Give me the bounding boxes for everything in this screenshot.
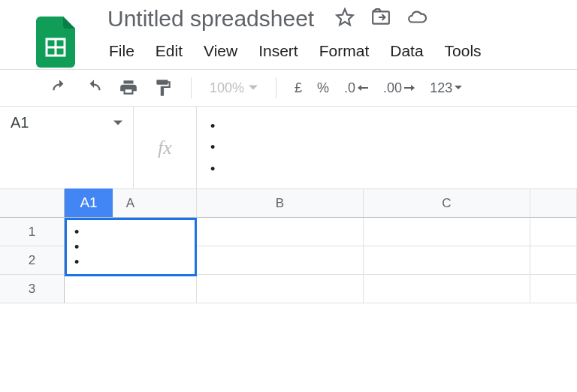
menu-format[interactable]: Format [319, 42, 370, 60]
select-all-corner[interactable]: A1 [0, 189, 65, 218]
column-header-b[interactable]: B [197, 189, 364, 218]
row-header-1[interactable]: 1 [0, 218, 65, 246]
redo-icon[interactable] [84, 78, 104, 98]
cell-d1[interactable] [530, 218, 577, 246]
column-header-d[interactable] [530, 189, 577, 218]
menu-insert[interactable]: Insert [258, 42, 298, 60]
toolbar: 100% £ % .0 .00 123 [0, 69, 577, 107]
cell-c1[interactable] [364, 218, 530, 246]
column-header-c[interactable]: C [364, 189, 530, 218]
active-cell-indicator: A1 [65, 188, 113, 217]
name-box-value: A1 [11, 114, 29, 131]
star-icon[interactable] [335, 8, 355, 30]
undo-icon[interactable] [50, 78, 69, 98]
increase-decimal-button[interactable]: .00 [383, 80, 415, 96]
cell-b1[interactable] [197, 218, 364, 246]
name-box[interactable]: A1 [0, 107, 134, 188]
currency-button[interactable]: £ [295, 80, 302, 96]
cell-c3[interactable] [364, 275, 530, 303]
menu-tools[interactable]: Tools [445, 42, 482, 60]
paint-format-icon[interactable] [153, 78, 173, 98]
menu-edit[interactable]: Edit [156, 42, 183, 60]
active-cell-overlay[interactable]: • • • [65, 218, 197, 276]
cell-b2[interactable] [197, 246, 364, 275]
sheets-logo-icon [36, 17, 75, 71]
cell-c2[interactable] [364, 246, 530, 275]
cell-b3[interactable] [197, 275, 364, 303]
cloud-icon[interactable] [407, 8, 427, 30]
chevron-down-icon[interactable] [113, 117, 122, 131]
formula-bar[interactable]: • • • [197, 107, 577, 188]
print-icon[interactable] [119, 78, 138, 98]
cell-a3[interactable] [65, 275, 197, 303]
menu-file[interactable]: File [109, 42, 134, 60]
move-icon[interactable] [371, 8, 391, 30]
menu-bar: File Edit View Insert Format Data Tools [0, 32, 577, 68]
row-header-3[interactable]: 3 [0, 275, 65, 303]
more-formats-button[interactable]: 123 [430, 80, 462, 96]
row-header-2[interactable]: 2 [0, 246, 65, 275]
menu-data[interactable]: Data [390, 42, 423, 60]
document-title[interactable]: Untitled spreadsheet [107, 6, 314, 31]
menu-view[interactable]: View [204, 42, 237, 60]
fx-label: fx [134, 107, 197, 188]
percent-button[interactable]: % [317, 80, 329, 96]
decrease-decimal-button[interactable]: .0 [344, 80, 368, 96]
zoom-dropdown[interactable]: 100% [210, 80, 258, 96]
cell-d3[interactable] [530, 275, 577, 303]
cell-d2[interactable] [530, 246, 577, 275]
